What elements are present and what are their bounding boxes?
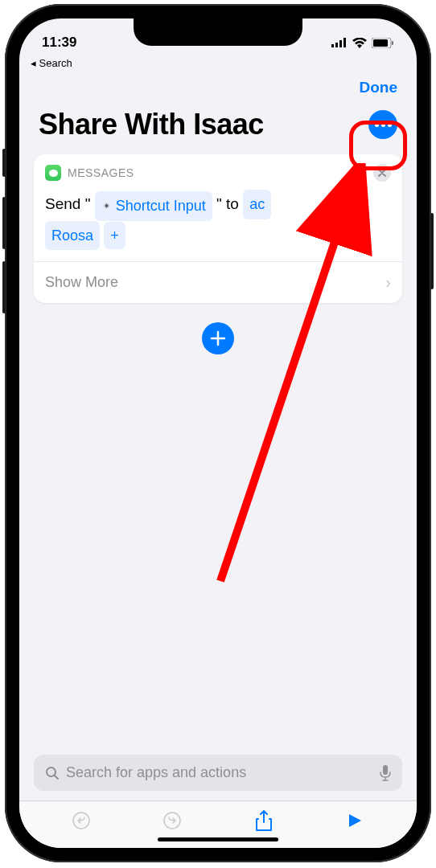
- volume-up: [2, 197, 6, 249]
- recipient-token[interactable]: Roosa: [45, 221, 100, 251]
- action-card[interactable]: MESSAGES Send " ✴ Shortcut Input " to ac…: [34, 154, 402, 303]
- page-title: Share With Isaac: [39, 108, 264, 141]
- recipient-token[interactable]: ac: [243, 190, 271, 219]
- shortcut-input-token[interactable]: ✴ Shortcut Input: [95, 191, 212, 221]
- svg-rect-1: [335, 43, 338, 47]
- phone-frame: 11:39 ◂ Search Done Share With Isaac: [5, 4, 431, 862]
- volume-down: [2, 261, 6, 313]
- status-icons: [331, 38, 394, 48]
- svg-rect-5: [373, 39, 388, 47]
- nav-bar: Done: [19, 72, 417, 103]
- run-button[interactable]: [331, 813, 379, 829]
- undo-button[interactable]: [57, 811, 105, 830]
- show-more-row[interactable]: Show More ›: [34, 261, 402, 303]
- search-icon: [45, 766, 60, 780]
- card-body: Send " ✴ Shortcut Input " to ac Roosa +: [34, 186, 402, 261]
- card-header: MESSAGES: [34, 154, 402, 186]
- send-text-mid: " to: [216, 195, 239, 212]
- svg-rect-3: [343, 38, 346, 47]
- notch: [134, 18, 302, 46]
- home-indicator[interactable]: [158, 837, 278, 841]
- more-options-button[interactable]: [368, 110, 397, 139]
- svg-rect-11: [383, 765, 388, 775]
- svg-rect-0: [331, 44, 334, 47]
- chevron-right-icon: ›: [385, 273, 391, 292]
- bottom-area: Search for apps and actions: [19, 755, 417, 848]
- mute-switch: [2, 149, 6, 177]
- svg-marker-14: [349, 814, 361, 827]
- ellipsis-dot: [388, 123, 392, 127]
- share-button[interactable]: [240, 809, 288, 832]
- ellipsis-dot: [375, 123, 379, 127]
- cellular-icon: [331, 38, 348, 47]
- magic-variable-icon: ✴: [101, 200, 113, 211]
- messages-app-icon: [45, 165, 61, 181]
- title-row: Share With Isaac: [19, 103, 417, 154]
- microphone-icon[interactable]: [380, 765, 391, 781]
- back-to-search[interactable]: ◂ Search: [19, 57, 417, 72]
- wifi-icon: [352, 38, 367, 48]
- send-text-prefix: Send ": [45, 195, 90, 212]
- search-placeholder: Search for apps and actions: [66, 764, 373, 781]
- power-button: [430, 213, 434, 289]
- ellipsis-dot: [381, 123, 385, 127]
- svg-rect-2: [339, 40, 342, 47]
- add-recipient-button[interactable]: +: [104, 222, 125, 250]
- svg-line-10: [55, 776, 58, 779]
- add-action-button[interactable]: [202, 322, 234, 354]
- redo-button[interactable]: [148, 811, 196, 830]
- remove-action-button[interactable]: [373, 164, 391, 182]
- screen: 11:39 ◂ Search Done Share With Isaac: [19, 18, 417, 848]
- card-app-label: MESSAGES: [68, 166, 367, 179]
- status-time: 11:39: [42, 35, 76, 51]
- svg-rect-6: [392, 41, 393, 45]
- show-more-label: Show More: [45, 274, 118, 291]
- search-bar[interactable]: Search for apps and actions: [34, 755, 402, 791]
- done-button[interactable]: Done: [360, 79, 398, 96]
- battery-icon: [372, 38, 394, 48]
